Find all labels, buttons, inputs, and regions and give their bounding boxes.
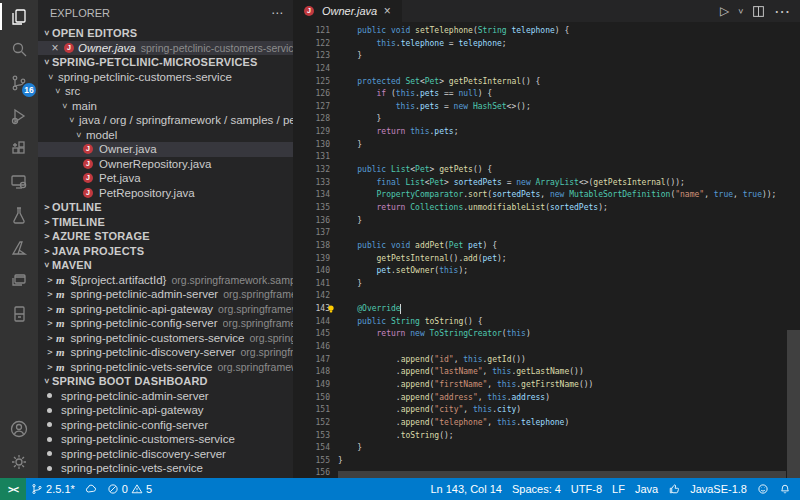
notifications-bell-icon[interactable]	[774, 478, 796, 500]
code-line[interactable]: 134 PropertyComparator.sort(sortedPets, …	[293, 189, 800, 202]
tree-item[interactable]: >main	[38, 99, 293, 114]
tree-item[interactable]: >src	[38, 84, 293, 99]
cursor-position[interactable]: Ln 143, Col 14	[425, 478, 507, 500]
section-outline[interactable]: >OUTLINE	[38, 200, 293, 215]
sync-changes-button[interactable]	[80, 478, 102, 500]
dashboard-app-item[interactable]: spring-petclinic-config-server	[38, 418, 293, 433]
code-line[interactable]: 128 }	[293, 113, 800, 126]
code-line[interactable]: 125 protected Set<Pet> getPetsInternal()…	[293, 76, 800, 89]
code-line[interactable]: 138 public void addPet(Pet pet) {	[293, 240, 800, 253]
remote-indicator[interactable]: ><	[0, 478, 26, 500]
explorer-icon[interactable]	[0, 0, 38, 33]
code-line[interactable]: 124	[293, 63, 800, 76]
java-runtime[interactable]: JavaSE-1.8	[685, 478, 752, 500]
section-java-projects[interactable]: >JAVA PROJECTS	[38, 244, 293, 259]
code-line[interactable]: 143 @Override	[293, 303, 800, 316]
source-control-icon[interactable]: 16	[0, 66, 38, 99]
section-workspace[interactable]: > SPRING-PETCLINIC-MICROSERVICES	[38, 55, 293, 70]
section-timeline[interactable]: >TIMELINE	[38, 215, 293, 230]
code-line[interactable]: 126 if (this.pets == null) {	[293, 88, 800, 101]
code-line[interactable]: 153 .toString();	[293, 430, 800, 443]
code-line[interactable]: 133 final List<Pet> sortedPets = new Arr…	[293, 177, 800, 190]
split-editor-icon[interactable]	[752, 5, 765, 18]
dashboard-app-item[interactable]: spring-petclinic-discovery-server	[38, 447, 293, 462]
more-actions-icon[interactable]: ⋯	[774, 2, 790, 21]
run-debug-icon[interactable]	[0, 99, 38, 132]
code-area[interactable]: 121 public void setTelephone(String tele…	[293, 22, 800, 478]
section-open-editors[interactable]: > OPEN EDITORS	[38, 26, 293, 41]
code-line[interactable]: 129 return this.pets;	[293, 126, 800, 139]
run-dropdown-icon[interactable]: >	[736, 9, 745, 14]
code-line[interactable]: 151 .append("city", this.city)	[293, 404, 800, 417]
docker-panels-icon[interactable]	[0, 264, 38, 297]
tree-item[interactable]: JPet.java	[38, 171, 293, 186]
test-explorer-icon[interactable]	[0, 198, 38, 231]
code-line[interactable]: 132 public List<Pet> getPets() {	[293, 164, 800, 177]
dashboard-app-item[interactable]: spring-petclinic-api-gateway	[38, 403, 293, 418]
lightbulb-icon[interactable]	[326, 304, 336, 314]
code-line[interactable]: 144 public String toString() {	[293, 316, 800, 329]
code-line[interactable]: 137	[293, 227, 800, 240]
section-maven[interactable]: > MAVEN	[38, 258, 293, 273]
settings-gear-icon[interactable]	[0, 445, 38, 478]
eol-sequence[interactable]: LF	[607, 478, 630, 500]
dashboard-app-item[interactable]: spring-petclinic-vets-service	[38, 461, 293, 476]
code-line[interactable]: 149 .append("firstName", this.getFirstNa…	[293, 379, 800, 392]
code-line[interactable]: 131	[293, 151, 800, 164]
code-line[interactable]: 145 return new ToStringCreator(this)	[293, 328, 800, 341]
tree-item[interactable]: JOwnerRepository.java	[38, 157, 293, 172]
close-icon[interactable]: ×	[381, 4, 393, 18]
problems-item[interactable]: 0 5	[102, 478, 157, 500]
account-icon[interactable]	[0, 412, 38, 445]
open-editor-item[interactable]: × J Owner.java spring-petclinic-customer…	[38, 41, 293, 56]
azure-icon[interactable]	[0, 231, 38, 264]
remote-explorer-icon[interactable]	[0, 165, 38, 198]
java-server-status[interactable]	[663, 478, 685, 500]
code-line[interactable]: 121 public void setTelephone(String tele…	[293, 25, 800, 38]
dashboard-app-item[interactable]: spring-petclinic-admin-server	[38, 389, 293, 404]
maven-item[interactable]: >mspring-petclinic-customers-serviceorg.…	[38, 331, 293, 346]
code-line[interactable]: 146	[293, 341, 800, 354]
tree-item[interactable]: >spring-petclinic-customers-service	[38, 70, 293, 85]
vertical-scrollbar[interactable]	[787, 330, 800, 478]
maven-item[interactable]: >m${project.artifactId}org.springframewo…	[38, 273, 293, 288]
dashboard-app-item[interactable]: spring-petclinic-customers-service	[38, 432, 293, 447]
horizontal-scrollbar[interactable]	[338, 471, 786, 478]
maven-item[interactable]: >mspring-petclinic-vets-serviceorg.sprin…	[38, 360, 293, 375]
close-icon[interactable]: ×	[48, 41, 62, 55]
code-line[interactable]: 155}	[293, 455, 800, 468]
code-line[interactable]: 136 }	[293, 215, 800, 228]
notebook-icon[interactable]	[0, 297, 38, 330]
code-line[interactable]: 150 .append("address", this.address)	[293, 392, 800, 405]
extensions-icon[interactable]	[0, 132, 38, 165]
encoding[interactable]: UTF-8	[566, 478, 607, 500]
feedback-smiley-icon[interactable]	[752, 478, 774, 500]
code-line[interactable]: 130 }	[293, 139, 800, 152]
maven-item[interactable]: >mspring-petclinic-api-gatewayorg.spring…	[38, 302, 293, 317]
code-line[interactable]: 135 return Collections.unmodifiableList(…	[293, 202, 800, 215]
code-line[interactable]: 148 .append("lastName", this.getLastName…	[293, 366, 800, 379]
git-branch-item[interactable]: 2.5.1*	[26, 478, 80, 500]
tree-item[interactable]: >model	[38, 128, 293, 143]
maven-item[interactable]: >mspring-petclinic-admin-serverorg.sprin…	[38, 287, 293, 302]
code-line[interactable]: 142	[293, 290, 800, 303]
maven-item[interactable]: >mspring-petclinic-config-serverorg.spri…	[38, 316, 293, 331]
indentation[interactable]: Spaces: 4	[507, 478, 566, 500]
section-azure-storage[interactable]: >AZURE STORAGE	[38, 229, 293, 244]
run-button[interactable]: ▷	[720, 4, 729, 18]
language-mode[interactable]: Java	[630, 478, 663, 500]
code-line[interactable]: 122 this.telephone = telephone;	[293, 38, 800, 51]
section-spring-boot-dashboard[interactable]: > SPRING BOOT DASHBOARD	[38, 374, 293, 389]
tab-owner-java[interactable]: J Owner.java ×	[293, 0, 402, 22]
code-line[interactable]: 127 this.pets = new HashSet<>();	[293, 101, 800, 114]
tree-item[interactable]: JOwner.java	[38, 142, 293, 157]
code-line[interactable]: 154 }	[293, 442, 800, 455]
code-line[interactable]: 140 pet.setOwner(this);	[293, 265, 800, 278]
code-line[interactable]: 147 .append("id", this.getId())	[293, 354, 800, 367]
code-line[interactable]: 141 }	[293, 278, 800, 291]
code-line[interactable]: 123 }	[293, 50, 800, 63]
code-line[interactable]: 152 .append("telephone", this.telephone)	[293, 417, 800, 430]
tree-item[interactable]: JPetRepository.java	[38, 186, 293, 201]
tree-item[interactable]: >java / org / springframework / samples …	[38, 113, 293, 128]
maven-item[interactable]: >mspring-petclinic-discovery-serverorg.s…	[38, 345, 293, 360]
